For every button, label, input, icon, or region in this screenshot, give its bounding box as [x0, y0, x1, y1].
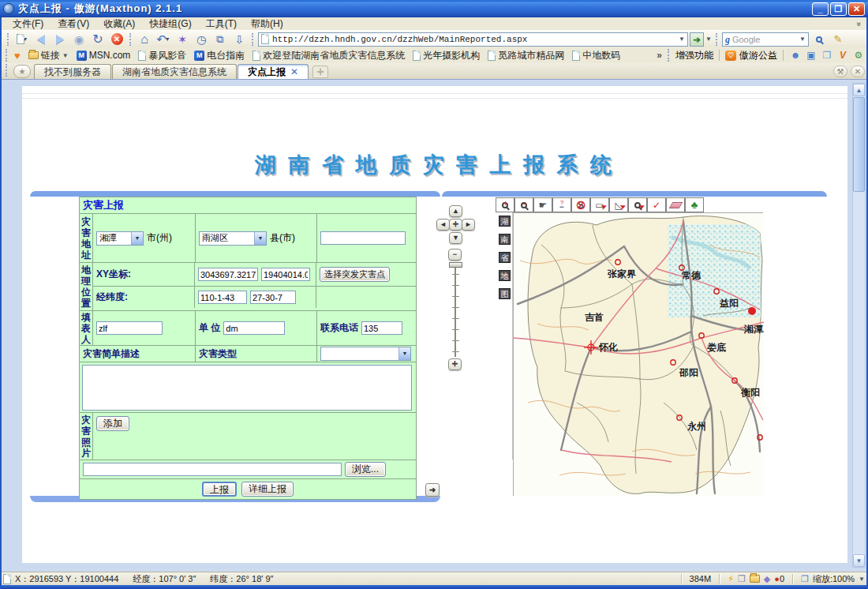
hunan-map[interactable]: 张家界 常德 益阳 吉首 湘潭 怀化 娄底 邵阳 衡阳 永州	[513, 212, 763, 496]
go-button[interactable]: ➔	[690, 32, 704, 47]
unit-input[interactable]	[223, 321, 285, 335]
history-dropdown-button[interactable]: ◉	[70, 32, 88, 47]
toolbar-grip[interactable]	[252, 33, 254, 46]
menu-help[interactable]: 帮助(H)	[245, 17, 290, 32]
menu-file[interactable]: 文件(F)	[6, 17, 50, 32]
tab-list-close-icon[interactable]: ✕	[851, 66, 865, 77]
window-icon[interactable]: ▣	[805, 50, 817, 61]
zoom-out-minus-button[interactable]: −	[448, 249, 462, 261]
toolbar-grip[interactable]	[129, 33, 132, 46]
submit-button[interactable]: 上报	[202, 482, 237, 497]
home-button[interactable]: ⌂	[136, 32, 153, 47]
magic-fill-icon[interactable]: ✶	[174, 32, 191, 47]
printer-icon[interactable]: ❒	[738, 574, 746, 584]
longitude-input[interactable]	[198, 291, 247, 304]
zoom-in-tool-icon[interactable]: +	[496, 197, 514, 212]
search-dropdown-icon[interactable]: ▼	[799, 36, 806, 43]
capture-icon[interactable]: ⧉	[211, 32, 229, 47]
search-engine-icon[interactable]: g	[725, 35, 730, 44]
bookmark-msn[interactable]: MMSN.com	[73, 49, 135, 62]
new-page-button[interactable]: ▼	[13, 32, 31, 47]
tab-close-icon[interactable]: ✕	[290, 66, 298, 77]
panel-collapse-arrow-button[interactable]: ➜	[425, 483, 440, 497]
chevron-down-icon[interactable]: ▼	[131, 232, 143, 245]
address-url[interactable]: http://dzzh.hndh.gov.cn/dzzhWeb/MainRepo…	[272, 35, 675, 44]
rect-select-icon[interactable]: ▭➤	[590, 197, 609, 212]
pan-center-button[interactable]: ✛	[449, 219, 462, 231]
forward-button[interactable]	[51, 32, 69, 47]
tab-hunan-geo-info-system[interactable]: 湖南省地质灾害信息系统	[112, 64, 237, 79]
minimize-button[interactable]: _	[812, 2, 829, 16]
maxthon-charity-link[interactable]: 傲游公益	[739, 49, 777, 62]
pages-icon[interactable]: ❐	[821, 50, 833, 61]
scrollbar-thumb[interactable]	[853, 97, 865, 192]
folder-icon[interactable]	[750, 575, 760, 583]
zoom-in-plus-button[interactable]: ✛	[448, 358, 462, 370]
undo-button[interactable]: ↶▼	[155, 32, 172, 47]
search-placeholder[interactable]: Google	[732, 35, 797, 44]
bookmark-links-folder[interactable]: 链接▼	[24, 48, 73, 63]
zoom-window-icon[interactable]: ❐	[801, 574, 809, 584]
menu-overflow-chevron-icon[interactable]: »	[855, 21, 864, 26]
toolbar-grip[interactable]	[6, 64, 8, 77]
tab-tools-wrench-icon[interactable]: ⚒	[833, 66, 847, 77]
toolbar-grip[interactable]	[716, 33, 718, 46]
go-dropdown-icon[interactable]: ▼	[705, 36, 712, 43]
toolbar-grip[interactable]	[7, 33, 9, 46]
pan-left-button[interactable]: ◄	[436, 219, 450, 231]
latitude-input[interactable]	[250, 291, 296, 304]
magnifier-select-icon[interactable]: ➤	[628, 197, 647, 212]
menu-view[interactable]: 查看(V)	[51, 17, 95, 32]
y-coordinate-input[interactable]	[261, 268, 310, 281]
bookmark-hunan-geo-system[interactable]: 欢迎登陆湖南省地质灾害信息系统	[249, 48, 409, 63]
toolbar-grip[interactable]	[6, 49, 8, 62]
rect-zoom-select-icon[interactable]: ◺➤	[609, 197, 628, 212]
menu-favorites[interactable]: 收藏(A)	[97, 17, 141, 32]
disaster-type-select[interactable]: ▼	[320, 347, 411, 361]
pan-hand-icon[interactable]: ☛	[533, 197, 552, 212]
back-button[interactable]	[32, 32, 50, 47]
search-box[interactable]: g Google ▼	[722, 32, 809, 47]
refresh-button[interactable]: ↻	[89, 32, 107, 47]
bookmark-guangnian-photo[interactable]: 光年摄影机构	[409, 48, 484, 63]
add-photo-button[interactable]: 添加	[96, 416, 129, 431]
favorites-heart-icon[interactable]: ♥	[10, 49, 24, 62]
popup-blocker-icon[interactable]: ●	[774, 574, 780, 583]
zoom-slider-handle[interactable]	[449, 262, 462, 268]
county-select[interactable]: 雨湖区▼	[199, 231, 267, 246]
highlight-icon[interactable]: ✎	[829, 32, 847, 47]
enhance-features-link[interactable]: 增强功能	[675, 49, 713, 62]
zoom-out-tool-icon[interactable]: −	[514, 197, 533, 212]
restore-button[interactable]: ❐	[830, 2, 847, 16]
clear-selection-icon[interactable]: S⊘	[571, 197, 590, 212]
zoom-dropdown-icon[interactable]: ▼	[859, 576, 865, 583]
bookmark-zhongdi[interactable]: 中地数码	[568, 48, 624, 63]
chevron-down-icon[interactable]: ▼	[398, 347, 410, 360]
scroll-down-arrow[interactable]: ▼	[853, 554, 865, 567]
tab-disaster-report[interactable]: 灾点上报✕	[238, 64, 309, 79]
browse-button[interactable]: 浏览...	[345, 462, 386, 477]
search-button[interactable]	[810, 32, 828, 47]
description-textarea[interactable]	[82, 365, 412, 411]
bookmark-radio-guide[interactable]: M电台指南	[190, 48, 249, 63]
phone-input[interactable]	[361, 321, 402, 335]
pan-down-button[interactable]: ▼	[449, 232, 462, 244]
eraser-icon[interactable]	[666, 197, 685, 212]
history-clock-icon[interactable]: ◷	[193, 32, 210, 47]
vertical-scrollbar[interactable]: ▲ ▼	[852, 83, 866, 568]
measure-tool-icon[interactable]: ?┅	[552, 197, 571, 212]
reporter-input[interactable]	[96, 321, 163, 335]
menu-tools[interactable]: 工具(T)	[200, 17, 243, 32]
filter-diamond-icon[interactable]: ◆	[764, 574, 770, 584]
full-extent-tree-icon[interactable]: ♣	[685, 197, 704, 212]
boost-lightning-icon[interactable]: ⚡	[728, 574, 734, 584]
close-button[interactable]: ✕	[848, 2, 865, 16]
bookmarks-overflow-icon[interactable]: »	[657, 50, 662, 61]
pan-up-button[interactable]: ▲	[449, 205, 462, 217]
address-detail-input[interactable]	[320, 231, 406, 245]
scroll-up-arrow[interactable]: ▲	[853, 84, 865, 96]
chevron-down-icon[interactable]: ▼	[254, 232, 266, 245]
toolbar-grip[interactable]	[668, 49, 670, 62]
menu-groups[interactable]: 快捷组(G)	[143, 17, 197, 32]
zoom-slider-track[interactable]	[452, 264, 459, 357]
